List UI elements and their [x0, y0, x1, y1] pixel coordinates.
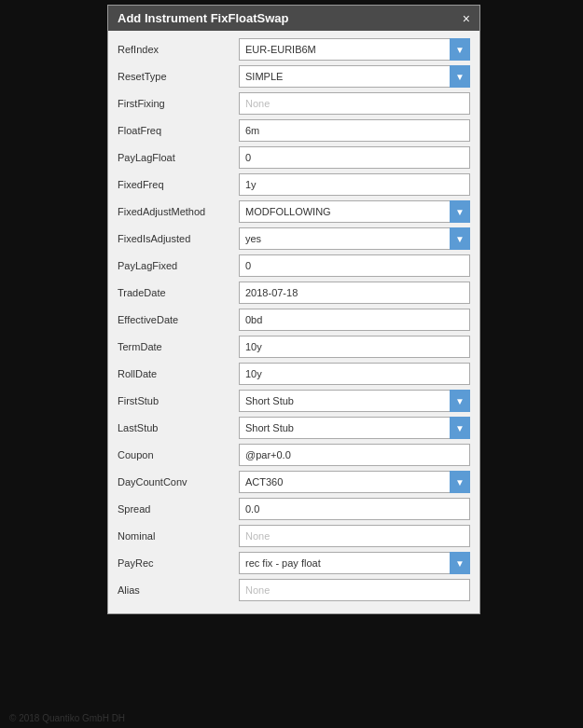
label-alias: Alias — [118, 584, 239, 596]
input-paylagfloat[interactable] — [239, 146, 470, 169]
select-daycountconv[interactable]: ACT360ACT365 — [239, 471, 470, 493]
form-row-effectivedate: EffectiveDate — [118, 309, 470, 331]
modal-body: RefIndexEUR-EURIB6M▼ResetTypeSIMPLE▼Firs… — [108, 31, 479, 613]
modal-title: Add Instrument FixFloatSwap — [118, 11, 288, 25]
form-row-paylagfixed: PayLagFixed — [118, 254, 470, 277]
label-fixedfreq: FixedFreq — [118, 179, 239, 190]
input-coupon[interactable] — [239, 444, 470, 466]
form-row-firstfixing: FirstFixing — [118, 92, 470, 115]
label-resettype: ResetType — [118, 71, 239, 82]
input-fixedfreq[interactable] — [239, 173, 470, 196]
label-tradedate: TradeDate — [118, 287, 239, 298]
form-row-resettype: ResetTypeSIMPLE▼ — [118, 65, 470, 88]
select-wrap-refindex: EUR-EURIB6M▼ — [239, 38, 470, 61]
form-row-fixedfreq: FixedFreq — [118, 173, 470, 196]
input-effectivedate[interactable] — [239, 309, 470, 331]
form-row-paylagfloat: PayLagFloat — [118, 146, 470, 169]
label-floatfreq: FloatFreq — [118, 125, 239, 136]
form-row-tradedate: TradeDate — [118, 282, 470, 304]
select-refindex[interactable]: EUR-EURIB6M — [239, 38, 470, 61]
form-row-fixedisadjusted: FixedIsAdjustedyesno▼ — [118, 227, 470, 250]
form-row-laststub: LastStubShort StubLong Stub▼ — [118, 417, 470, 439]
form-row-spread: Spread — [118, 498, 470, 520]
form-row-fixedadjustmethod: FixedAdjustMethodMODFOLLOWING▼ — [118, 200, 470, 223]
form-row-daycountconv: DayCountConvACT360ACT365▼ — [118, 471, 470, 493]
select-resettype[interactable]: SIMPLE — [239, 65, 470, 88]
label-firststub: FirstStub — [118, 395, 239, 406]
label-nominal: Nominal — [118, 530, 239, 542]
select-firststub[interactable]: Short StubLong Stub — [239, 390, 470, 412]
label-daycountconv: DayCountConv — [118, 476, 239, 488]
select-wrap-daycountconv: ACT360ACT365▼ — [239, 471, 470, 493]
select-wrap-fixedisadjusted: yesno▼ — [239, 227, 470, 250]
label-firstfixing: FirstFixing — [118, 98, 239, 109]
input-paylagfixed[interactable] — [239, 254, 470, 277]
form-row-coupon: Coupon — [118, 444, 470, 466]
select-fixedisadjusted[interactable]: yesno — [239, 227, 470, 250]
input-alias[interactable] — [239, 579, 470, 601]
label-coupon: Coupon — [118, 449, 239, 460]
form-row-refindex: RefIndexEUR-EURIB6M▼ — [118, 38, 470, 61]
input-tradedate[interactable] — [239, 282, 470, 304]
label-payrec: PayRec — [118, 557, 239, 569]
input-firstfixing[interactable] — [239, 92, 470, 115]
label-paylagfixed: PayLagFixed — [118, 260, 239, 271]
select-wrap-fixedadjustmethod: MODFOLLOWING▼ — [239, 200, 470, 223]
input-nominal[interactable] — [239, 525, 470, 547]
input-floatfreq[interactable] — [239, 119, 470, 142]
form-row-rolldate: RollDate — [118, 363, 470, 385]
form-row-firststub: FirstStubShort StubLong Stub▼ — [118, 390, 470, 412]
select-payrec[interactable]: rec fix - pay floatpay fix - rec float — [239, 552, 470, 574]
modal-close-button[interactable]: × — [463, 12, 470, 25]
select-laststub[interactable]: Short StubLong Stub — [239, 417, 470, 439]
input-spread[interactable] — [239, 498, 470, 520]
input-termdate[interactable] — [239, 336, 470, 358]
select-fixedadjustmethod[interactable]: MODFOLLOWING — [239, 200, 470, 223]
select-wrap-payrec: rec fix - pay floatpay fix - rec float▼ — [239, 552, 470, 574]
label-rolldate: RollDate — [118, 368, 239, 379]
input-rolldate[interactable] — [239, 363, 470, 385]
label-paylagfloat: PayLagFloat — [118, 152, 239, 163]
select-wrap-laststub: Short StubLong Stub▼ — [239, 417, 470, 439]
modal-header: Add Instrument FixFloatSwap × — [108, 6, 479, 31]
form-row-termdate: TermDate — [118, 336, 470, 358]
modal-dialog: Add Instrument FixFloatSwap × RefIndexEU… — [107, 5, 480, 614]
select-wrap-resettype: SIMPLE▼ — [239, 65, 470, 88]
label-spread: Spread — [118, 503, 239, 515]
form-row-floatfreq: FloatFreq — [118, 119, 470, 142]
form-row-payrec: PayRecrec fix - pay floatpay fix - rec f… — [118, 552, 470, 574]
label-fixedadjustmethod: FixedAdjustMethod — [118, 206, 239, 217]
select-wrap-firststub: Short StubLong Stub▼ — [239, 390, 470, 412]
label-laststub: LastStub — [118, 422, 239, 433]
form-row-nominal: Nominal — [118, 525, 470, 547]
label-refindex: RefIndex — [118, 44, 239, 55]
form-row-alias: Alias — [118, 579, 470, 601]
label-effectivedate: EffectiveDate — [118, 314, 239, 325]
label-termdate: TermDate — [118, 341, 239, 352]
label-fixedisadjusted: FixedIsAdjusted — [118, 233, 239, 244]
